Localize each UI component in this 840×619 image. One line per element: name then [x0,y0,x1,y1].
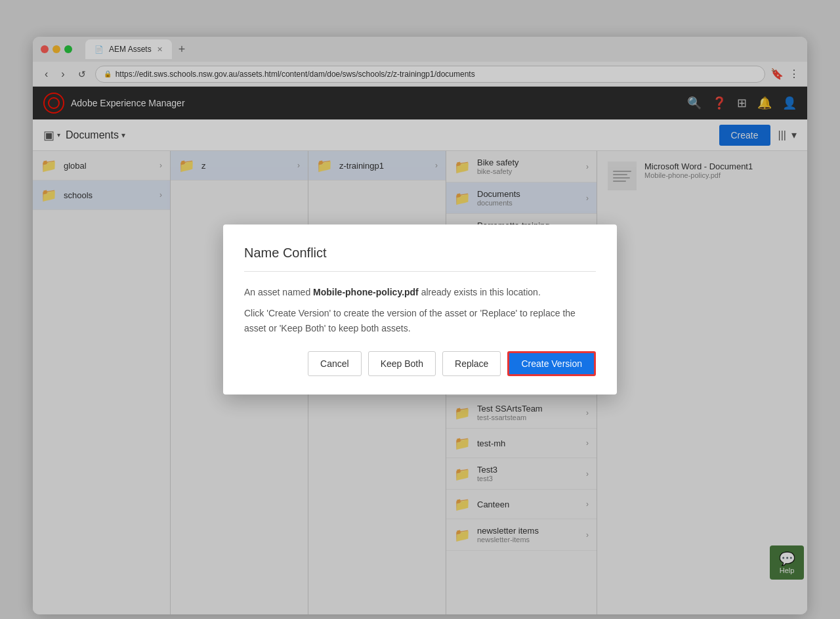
replace-button[interactable]: Replace [442,351,501,376]
dialog-text-pre: An asset named [244,287,313,297]
dialog-filename: Mobile-phone-policy.pdf [313,287,419,297]
dialog-text-2: Click 'Create Version' to create the ver… [244,306,596,335]
dialog-overlay: Name Conflict An asset named Mobile-phon… [0,0,840,619]
dialog-text-post: already exists in this location. [419,287,541,297]
keep-both-button[interactable]: Keep Both [368,351,436,376]
dialog-actions: Cancel Keep Both Replace Create Version [244,351,596,376]
create-version-button[interactable]: Create Version [507,351,596,376]
dialog-title: Name Conflict [244,245,596,272]
dialog-text-1: An asset named Mobile-phone-policy.pdf a… [244,285,596,299]
name-conflict-dialog: Name Conflict An asset named Mobile-phon… [223,224,617,395]
dialog-body: An asset named Mobile-phone-policy.pdf a… [244,285,596,335]
cancel-button[interactable]: Cancel [308,351,362,376]
